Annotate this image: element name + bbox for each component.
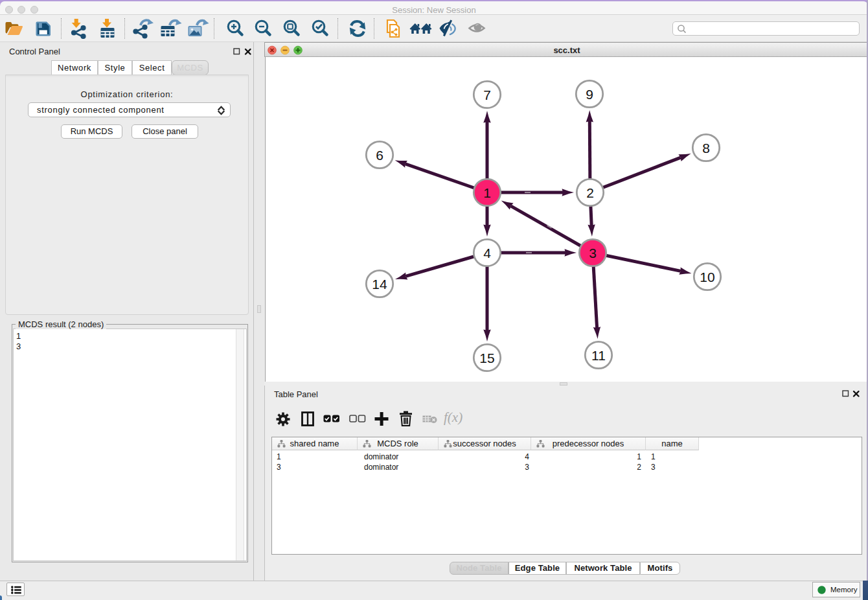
svg-text:9: 9 — [586, 87, 593, 102]
svg-text:11: 11 — [591, 348, 606, 363]
svg-text:14: 14 — [372, 277, 387, 292]
svg-text:8: 8 — [702, 141, 710, 156]
svg-text:1: 1 — [483, 185, 491, 200]
svg-text:3: 3 — [589, 246, 597, 260]
svg-text:4: 4 — [483, 246, 491, 260]
svg-text:2: 2 — [586, 185, 594, 200]
svg-text:15: 15 — [479, 351, 494, 365]
svg-text:7: 7 — [483, 87, 491, 102]
svg-text:10: 10 — [700, 270, 714, 284]
svg-text:6: 6 — [376, 148, 383, 163]
